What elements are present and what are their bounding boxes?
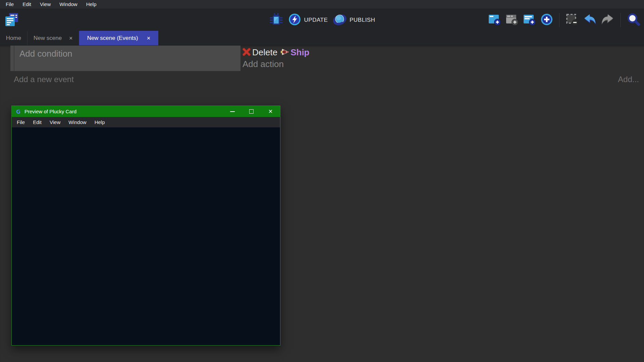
add-event-icon <box>488 13 501 27</box>
menu-edit[interactable]: Edit <box>18 0 36 9</box>
maximize-icon <box>249 109 254 114</box>
choose-add-event-icon <box>540 13 553 27</box>
preview-menu-edit[interactable]: Edit <box>29 117 46 127</box>
tab-label: New scene <box>34 35 62 42</box>
preview-menu-file[interactable]: File <box>13 117 29 127</box>
preview-menu-view[interactable]: View <box>46 117 64 127</box>
add-more-button[interactable]: Add... <box>618 75 639 84</box>
toolbar-separator <box>559 13 559 27</box>
tab-bar: Home New scene × New scene (Events) × <box>0 31 644 45</box>
preview-menu-window[interactable]: Window <box>64 117 90 127</box>
add-other-events-icon <box>523 13 536 27</box>
add-subevent-button[interactable] <box>505 13 519 27</box>
toolbar-separator <box>621 13 621 27</box>
preview-window: G Preview of Plucky Card ✕ File Edit Vie… <box>11 106 280 346</box>
preview-titlebar[interactable]: G Preview of Plucky Card ✕ <box>12 106 280 117</box>
main-toolbar: UPDATE PUBLISH <box>0 9 644 31</box>
menu-help[interactable]: Help <box>82 0 101 9</box>
tab-label: Home <box>6 35 21 42</box>
minimize-icon <box>230 111 235 112</box>
ship-object-icon <box>281 48 289 57</box>
update-button[interactable]: UPDATE <box>288 13 328 27</box>
close-button[interactable]: ✕ <box>261 106 280 117</box>
add-condition-placeholder[interactable]: Add condition <box>19 49 72 59</box>
tab-close-icon[interactable]: × <box>147 35 151 41</box>
game-preview-canvas[interactable] <box>12 127 280 345</box>
add-subevent-icon <box>505 13 519 27</box>
add-action-placeholder[interactable]: Add action <box>243 59 310 69</box>
action-object-name: Ship <box>290 47 309 58</box>
debugger-icon <box>269 12 284 28</box>
update-icon <box>288 13 301 27</box>
publish-button[interactable]: PUBLISH <box>332 12 375 28</box>
delete-selection-button[interactable] <box>565 13 579 27</box>
add-event-button[interactable] <box>488 13 501 27</box>
close-icon: ✕ <box>268 109 273 114</box>
add-new-event-button[interactable]: Add a new event <box>14 75 74 84</box>
update-label: UPDATE <box>304 17 328 23</box>
tab-new-scene[interactable]: New scene × <box>28 31 79 45</box>
menu-file[interactable]: File <box>1 0 18 9</box>
svg-text:G: G <box>16 109 20 115</box>
delete-action-icon <box>243 48 251 58</box>
tab-new-scene-events[interactable]: New scene (Events) × <box>79 31 159 45</box>
menu-window[interactable]: Window <box>55 0 82 9</box>
tab-close-icon[interactable]: × <box>69 35 73 41</box>
undo-icon <box>583 13 597 27</box>
actions-column: Delete Ship Add action <box>240 46 310 71</box>
project-manager-icon <box>4 12 19 29</box>
minimize-button[interactable] <box>223 106 242 117</box>
project-manager-button[interactable] <box>4 12 19 29</box>
preview-menubar: File Edit View Window Help <box>12 117 280 127</box>
maximize-button[interactable] <box>242 106 261 117</box>
undo-button[interactable] <box>583 13 597 27</box>
event-row: Add condition Delete <box>10 46 644 71</box>
choose-add-event-button[interactable] <box>540 13 553 27</box>
tab-label: New scene (Events) <box>87 35 138 42</box>
search-events-button[interactable] <box>627 12 641 28</box>
redo-icon <box>601 13 615 27</box>
search-icon <box>627 12 641 28</box>
conditions-column[interactable]: Add condition <box>14 46 240 71</box>
app-menubar: File Edit View Window Help <box>0 0 644 9</box>
publish-label: PUBLISH <box>350 17 375 23</box>
delete-selection-icon <box>565 13 579 27</box>
redo-button[interactable] <box>601 13 615 27</box>
menu-view[interactable]: View <box>36 0 55 9</box>
add-other-events-button[interactable] <box>523 13 536 27</box>
events-sheet: Add condition Delete <box>0 45 644 362</box>
event-drag-handle[interactable] <box>10 46 14 71</box>
debugger-button[interactable] <box>269 12 284 28</box>
tab-home[interactable]: Home <box>0 31 28 45</box>
gdevelop-logo-icon: G <box>15 109 21 115</box>
preview-window-title: Preview of Plucky Card <box>24 109 223 114</box>
action-name: Delete <box>252 47 277 58</box>
action-delete-ship[interactable]: Delete Ship <box>243 47 310 58</box>
publish-icon <box>332 12 346 28</box>
preview-menu-help[interactable]: Help <box>91 117 109 127</box>
